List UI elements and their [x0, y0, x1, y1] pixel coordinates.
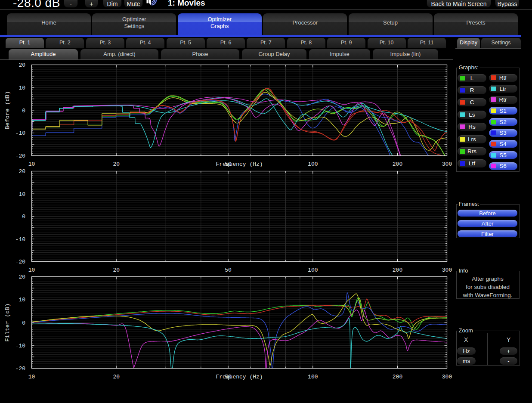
svg-text:Frequency (Hz): Frequency (Hz) [216, 374, 263, 380]
svg-text:10: 10 [19, 297, 25, 303]
svg-text:Filter (dB): Filter (dB) [4, 303, 11, 341]
svg-text:300: 300 [442, 374, 452, 380]
svg-text:-20: -20 [15, 366, 25, 372]
svg-text:-10: -10 [15, 130, 25, 136]
svg-text:10: 10 [19, 85, 25, 91]
svg-text:100: 100 [308, 267, 318, 273]
svg-text:20: 20 [19, 168, 25, 175]
svg-text:-20: -20 [15, 153, 25, 159]
svg-text:20: 20 [113, 374, 120, 380]
svg-text:200: 200 [393, 267, 402, 273]
svg-text:20: 20 [19, 62, 25, 68]
svg-text:10: 10 [28, 374, 35, 380]
svg-text:-10: -10 [15, 343, 25, 349]
svg-text:Before (dB): Before (dB) [4, 91, 11, 129]
svg-text:0: 0 [22, 214, 25, 220]
svg-text:300: 300 [442, 161, 452, 167]
svg-text:-10: -10 [15, 236, 25, 243]
svg-text:200: 200 [393, 374, 402, 380]
svg-text:20: 20 [113, 161, 120, 167]
svg-text:50: 50 [225, 267, 232, 273]
svg-text:0: 0 [22, 320, 25, 326]
svg-text:200: 200 [393, 161, 402, 167]
svg-text:10: 10 [28, 161, 35, 167]
svg-text:10: 10 [28, 267, 35, 273]
svg-text:0: 0 [22, 108, 25, 114]
svg-text:100: 100 [308, 374, 318, 380]
svg-text:Frequency (Hz): Frequency (Hz) [216, 161, 263, 167]
svg-text:20: 20 [113, 267, 120, 273]
svg-text:10: 10 [19, 191, 25, 198]
svg-text:20: 20 [19, 274, 25, 280]
svg-text:-20: -20 [15, 259, 25, 265]
svg-text:100: 100 [308, 161, 318, 167]
svg-text:300: 300 [442, 267, 452, 273]
